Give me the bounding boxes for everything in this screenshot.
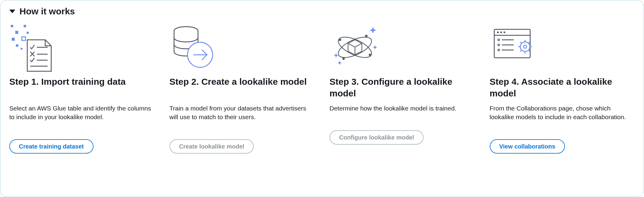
- svg-rect-7: [21, 48, 22, 50]
- how-it-works-panel: How it works: [0, 0, 644, 197]
- svg-point-24: [500, 31, 502, 33]
- svg-rect-6: [16, 44, 18, 47]
- svg-rect-1: [24, 25, 26, 27]
- svg-rect-2: [15, 31, 18, 34]
- svg-rect-4: [12, 38, 15, 41]
- section-title: How it works: [19, 6, 75, 16]
- configure-lookalike-model-button: Configure lookalike model: [329, 130, 424, 145]
- create-model-icon: [170, 22, 315, 76]
- associate-model-icon: [490, 22, 635, 76]
- step-description: Determine how the lookalike model is tra…: [329, 104, 475, 122]
- svg-point-19: [365, 35, 368, 37]
- step-title: Step 1. Import training data: [9, 76, 155, 100]
- step-2: Step 2. Create a lookalike model Train a…: [170, 22, 315, 154]
- step-title: Step 4. Associate a lookalike model: [490, 76, 635, 100]
- svg-rect-0: [11, 25, 13, 27]
- create-lookalike-model-button: Create lookalike model: [170, 139, 254, 154]
- svg-point-18: [369, 54, 371, 56]
- svg-point-23: [497, 31, 499, 33]
- step-3: Step 3. Configure a lookalike model Dete…: [329, 22, 475, 154]
- create-training-dataset-button[interactable]: Create training dataset: [9, 139, 93, 154]
- svg-rect-5: [22, 37, 25, 40]
- step-title: Step 2. Create a lookalike model: [170, 76, 315, 100]
- caret-down-icon: [9, 10, 15, 13]
- configure-model-icon: [329, 22, 475, 76]
- import-data-icon: [9, 22, 155, 76]
- how-it-works-header[interactable]: How it works: [9, 6, 635, 16]
- svg-point-17: [339, 39, 341, 41]
- step-description: Train a model from your datasets that ad…: [170, 104, 315, 131]
- svg-rect-3: [27, 32, 29, 34]
- step-description: Select an AWS Glue table and identify th…: [9, 104, 155, 131]
- step-4: Step 4. Associate a lookalike model From…: [490, 22, 635, 154]
- svg-point-25: [504, 31, 505, 33]
- steps-row: Step 1. Import training data Select an A…: [9, 22, 635, 154]
- step-description: From the Collaborations page, chose whic…: [490, 104, 635, 131]
- view-collaborations-button[interactable]: View collaborations: [490, 139, 565, 154]
- step-title: Step 3. Configure a lookalike model: [329, 76, 475, 100]
- step-1: Step 1. Import training data Select an A…: [9, 22, 155, 154]
- svg-point-20: [342, 57, 345, 60]
